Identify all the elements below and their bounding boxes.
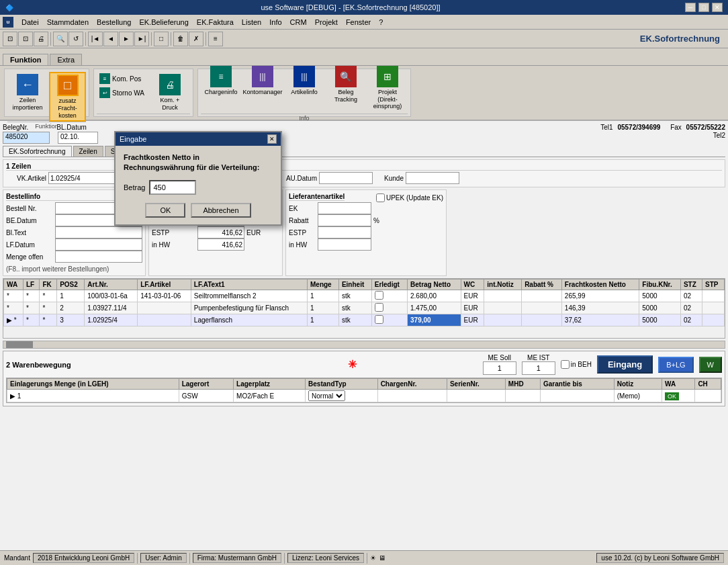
modal-ok-button[interactable]: OK: [145, 203, 185, 218]
lieferant-estp-input[interactable]: [318, 226, 371, 238]
kunde-input[interactable]: [406, 172, 459, 184]
content-tab-ek[interactable]: EK.Sofortrechnung: [3, 146, 72, 157]
menu-crm[interactable]: CRM: [286, 17, 311, 28]
vk-artikel-input[interactable]: [48, 172, 116, 184]
inhw-input[interactable]: [197, 238, 244, 251]
menu-projekt[interactable]: Projekt: [311, 17, 342, 28]
status-version: use 10.2d. (c) by Leoni Software GmbH: [596, 553, 724, 563]
erledigt-checkbox-3[interactable]: [375, 315, 383, 324]
menu-ek-belieferung[interactable]: EK.Belieferung: [135, 17, 192, 28]
cell-pos2: 1: [57, 290, 85, 302]
status-icon-1: ☀: [370, 554, 376, 562]
bl-datum-value[interactable]: 02.10.: [58, 132, 98, 144]
menu-datei[interactable]: Datei: [17, 17, 43, 28]
projekt-label: Projekt(Direkt-einsprung): [373, 89, 402, 110]
menu-info[interactable]: Info: [265, 17, 285, 28]
au-datum-input[interactable]: [319, 172, 373, 184]
ribbon-group-kom: ≡ Kom. Pos ↩ Storno WA 🖨 Kom. +Druck: [93, 69, 193, 117]
zusatz-frachtkosten-button[interactable]: □ zusatzFracht-kosten: [49, 72, 86, 122]
menu-fenster[interactable]: Fenster: [342, 17, 375, 28]
kom-pos-button[interactable]: ≡ Kom. Pos: [97, 72, 147, 85]
table-row[interactable]: * * * 2 1.03927.11/4 Pumpenbefestigung f…: [4, 302, 725, 314]
table-row[interactable]: * * * 1 100/03-01-6a 141-03-01-06 Seiltr…: [4, 290, 725, 302]
beh-button[interactable]: B+LG: [658, 357, 693, 373]
cell-rabatt: [522, 302, 562, 314]
cell-frachtkosten: 146,39: [561, 302, 639, 314]
in-beh-checkbox[interactable]: [561, 360, 570, 369]
kontomanager-button[interactable]: ||| Kontomanager: [242, 64, 283, 97]
cell-erledigt[interactable]: [371, 290, 407, 302]
toolbar-btn-menu[interactable]: ≡: [208, 32, 223, 46]
status-firma: Firma: Mustermann GmbH: [193, 553, 281, 563]
waren-table-wrapper[interactable]: Einlagerungs Menge (in LGEH) Lagerort La…: [6, 378, 722, 403]
content-tab-zeilen[interactable]: Zeilen: [73, 146, 103, 157]
erledigt-checkbox-1[interactable]: [375, 291, 383, 300]
projekt-button[interactable]: ⊞ Projekt(Direkt-einsprung): [367, 64, 408, 112]
cell-erledigt[interactable]: [371, 314, 407, 327]
maximize-button[interactable]: □: [698, 3, 709, 12]
chargeninfo-button[interactable]: ≡ Chargeninfo: [201, 64, 241, 97]
w-button[interactable]: W: [699, 357, 722, 373]
artikelinfo-label: Artikelinfo: [291, 89, 318, 95]
toolbar-btn-prev[interactable]: ◄: [103, 32, 118, 46]
horizontal-scrollbar[interactable]: [3, 341, 725, 349]
menu-bar: u Datei Stammdaten Bestellung EK.Beliefe…: [0, 15, 728, 30]
menge-offen-input[interactable]: [55, 251, 142, 263]
modal-close-button[interactable]: ✕: [267, 134, 277, 144]
menu-help[interactable]: ?: [375, 17, 387, 28]
tab-funktion[interactable]: Funktion: [3, 54, 48, 65]
toolbar-btn-print[interactable]: 🖨: [34, 32, 48, 46]
lieferant-estp-label: ESTP: [289, 229, 316, 236]
artikelinfo-button[interactable]: ||| Artikelinfo: [284, 64, 324, 97]
tab-extra[interactable]: Extra: [50, 54, 82, 65]
close-button[interactable]: ✕: [712, 3, 723, 12]
minimize-button[interactable]: ─: [685, 3, 696, 12]
modal-abbrechen-button[interactable]: Abbrechen: [191, 203, 251, 218]
table-row-selected[interactable]: ▶ * * * 3 1.02925/4 Lagerflansch 1 stk 3…: [4, 314, 725, 327]
content-tabs: EK.Sofortrechnung Zeilen Sum...: [3, 146, 725, 157]
cell-wc: EUR: [461, 302, 484, 314]
zeilen-importieren-button[interactable]: ← Zeilenimportieren: [7, 72, 48, 114]
main-table-wrapper[interactable]: WA LF FK POS2 Art.Nr. LF.Artikel LF.ATex…: [3, 278, 725, 339]
me-soll-input[interactable]: [483, 361, 516, 375]
toolbar-btn-1[interactable]: ⊡: [3, 32, 17, 46]
toolbar-btn-first[interactable]: |◄: [88, 32, 103, 46]
beleg-tracking-button[interactable]: 🔍 BelegTracking: [326, 64, 366, 105]
scrollbar-thumb[interactable]: [6, 341, 33, 348]
storno-wa-button[interactable]: ↩ Storno WA: [97, 86, 147, 99]
beleg-nr-value[interactable]: 485020: [3, 132, 50, 144]
col-wa: WA: [662, 379, 695, 390]
lieferant-rabatt-input[interactable]: [318, 214, 371, 226]
toolbar-btn-next[interactable]: ►: [119, 32, 134, 46]
toolbar-sep-4: [171, 32, 171, 46]
toolbar-btn-last[interactable]: ►|: [134, 32, 149, 46]
cell-erledigt[interactable]: [371, 302, 407, 314]
me-ist-input[interactable]: [522, 361, 555, 375]
lieferant-inhw-input[interactable]: [318, 238, 371, 251]
lieferantenartikel-title: Lieferantenartikel: [289, 193, 345, 201]
modal-betrag-input[interactable]: [149, 180, 196, 195]
menu-bestellung[interactable]: Bestellung: [93, 17, 135, 28]
menu-ek-faktura[interactable]: EK.Faktura: [193, 17, 238, 28]
waren-table-row[interactable]: ▶ 1 GSW MO2/Fach E Normal (Memo): [7, 390, 721, 402]
toolbar-btn-delete[interactable]: 🗑: [173, 32, 188, 46]
lieferant-ek-input[interactable]: [318, 202, 371, 214]
eingang-button[interactable]: Eingang: [597, 355, 653, 374]
status-mandant-value: 2018 Entwicklung Leoni GmbH: [33, 553, 134, 563]
menu-listen[interactable]: Listen: [238, 17, 265, 28]
toolbar-btn-search[interactable]: 🔍: [53, 32, 68, 46]
menu-stammdaten[interactable]: Stammdaten: [43, 17, 93, 28]
col-wc: WC: [461, 279, 484, 290]
toolbar-btn-new[interactable]: □: [154, 32, 169, 46]
upek-checkbox[interactable]: [376, 193, 385, 202]
bestand-typ-select[interactable]: Normal: [308, 390, 345, 401]
estp-input[interactable]: [197, 226, 244, 238]
toolbar-btn-cancel[interactable]: ✗: [189, 32, 203, 46]
kom-druck-button[interactable]: 🖨 Kom. +Druck: [150, 72, 190, 114]
toolbar-btn-refresh[interactable]: ↺: [69, 32, 83, 46]
toolbar-btn-2[interactable]: ⊡: [18, 32, 33, 46]
status-icon-2: 🖥: [379, 554, 385, 562]
bl-text-input[interactable]: [55, 226, 142, 238]
erledigt-checkbox-2[interactable]: [375, 303, 383, 312]
lf-datum-input[interactable]: [55, 238, 142, 251]
